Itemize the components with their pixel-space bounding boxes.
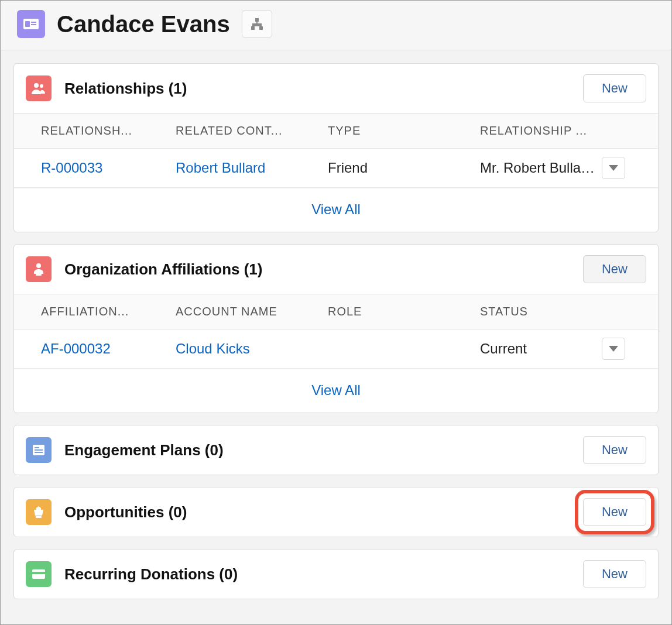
affiliations-new-button[interactable]: New — [583, 255, 646, 283]
col-type: TYPE — [328, 124, 474, 138]
opportunities-card: Opportunities (0) New — [13, 487, 659, 537]
svg-rect-14 — [35, 452, 43, 453]
recurring-new-button[interactable]: New — [583, 560, 646, 588]
affiliations-view-all[interactable]: View All — [14, 369, 658, 413]
card-header: Recurring Donations (0) New — [14, 550, 658, 599]
col-affiliation: AFFILIATION... — [41, 305, 170, 318]
card-title: Engagement Plans (0) — [64, 441, 570, 459]
row-actions-button[interactable] — [602, 157, 625, 179]
card-title: Recurring Donations (0) — [64, 565, 570, 583]
relationships-new-button[interactable]: New — [583, 74, 646, 102]
engagement-icon — [26, 437, 52, 463]
related-contact-link[interactable]: Robert Bullard — [176, 160, 265, 176]
svg-rect-13 — [35, 449, 43, 451]
affiliations-card: Organization Affiliations (1) New AFFILI… — [13, 244, 659, 413]
col-account: ACCOUNT NAME — [176, 305, 322, 318]
type-cell: Friend — [328, 160, 474, 176]
card-header: Opportunities (0) New — [14, 487, 658, 537]
chevron-down-icon — [609, 165, 618, 171]
affiliation-id-link[interactable]: AF-000032 — [41, 341, 111, 357]
svg-point-8 — [40, 84, 43, 88]
explanation-cell: Mr. Robert Bullar... — [480, 160, 596, 176]
recurring-card: Recurring Donations (0) New — [13, 549, 659, 599]
contact-icon — [17, 10, 45, 38]
relationships-icon — [26, 75, 52, 101]
col-explanation: RELATIONSHIP ... — [480, 124, 596, 138]
svg-point-9 — [36, 263, 41, 268]
row-actions-button[interactable] — [602, 338, 625, 360]
chevron-down-icon — [609, 346, 618, 352]
svg-rect-3 — [31, 24, 36, 25]
hierarchy-button[interactable] — [242, 10, 272, 38]
account-link[interactable]: Cloud Kicks — [176, 341, 250, 356]
opportunities-icon — [26, 499, 52, 525]
relationships-card: Relationships (1) New RELATIONSH... RELA… — [13, 63, 659, 232]
recurring-icon — [26, 561, 52, 587]
hierarchy-icon — [251, 18, 263, 30]
card-title: Opportunities (0) — [64, 503, 570, 521]
card-header: Relationships (1) New — [14, 64, 658, 113]
svg-rect-1 — [25, 21, 30, 27]
highlight-callout: New — [583, 498, 646, 526]
card-header: Organization Affiliations (1) New — [14, 245, 658, 294]
col-relationship: RELATIONSH... — [41, 124, 170, 138]
col-related-contact: RELATED CONT... — [176, 124, 322, 138]
svg-rect-12 — [35, 447, 39, 448]
relationships-view-all[interactable]: View All — [14, 188, 658, 232]
page-title: Candace Evans — [57, 11, 230, 37]
card-header: Engagement Plans (0) New — [14, 425, 658, 475]
svg-rect-10 — [36, 274, 42, 276]
col-status: STATUS — [480, 305, 596, 318]
content-area: Relationships (1) New RELATIONSH... RELA… — [1, 50, 671, 599]
svg-rect-6 — [259, 26, 263, 30]
card-title: Organization Affiliations (1) — [64, 260, 570, 279]
relationship-id-link[interactable]: R-000033 — [41, 160, 102, 176]
svg-rect-15 — [36, 516, 42, 518]
engagement-new-button[interactable]: New — [583, 436, 646, 464]
svg-rect-17 — [32, 572, 45, 574]
svg-rect-5 — [251, 26, 255, 30]
table-row: AF-000032 Cloud Kicks Current — [14, 329, 658, 369]
svg-point-7 — [34, 83, 39, 88]
col-role: ROLE — [328, 305, 474, 318]
table-header: AFFILIATION... ACCOUNT NAME ROLE STATUS — [14, 294, 658, 329]
opportunities-new-button[interactable]: New — [583, 498, 646, 526]
engagement-card: Engagement Plans (0) New — [13, 425, 659, 475]
affiliations-icon — [26, 256, 52, 282]
table-row: R-000033 Robert Bullard Friend Mr. Rober… — [14, 149, 658, 188]
status-cell: Current — [480, 341, 596, 357]
card-title: Relationships (1) — [64, 80, 570, 98]
page-header: Candace Evans — [1, 1, 671, 50]
table-header: RELATIONSH... RELATED CONT... TYPE RELAT… — [14, 113, 658, 149]
svg-rect-4 — [255, 18, 259, 22]
svg-rect-2 — [31, 22, 36, 23]
